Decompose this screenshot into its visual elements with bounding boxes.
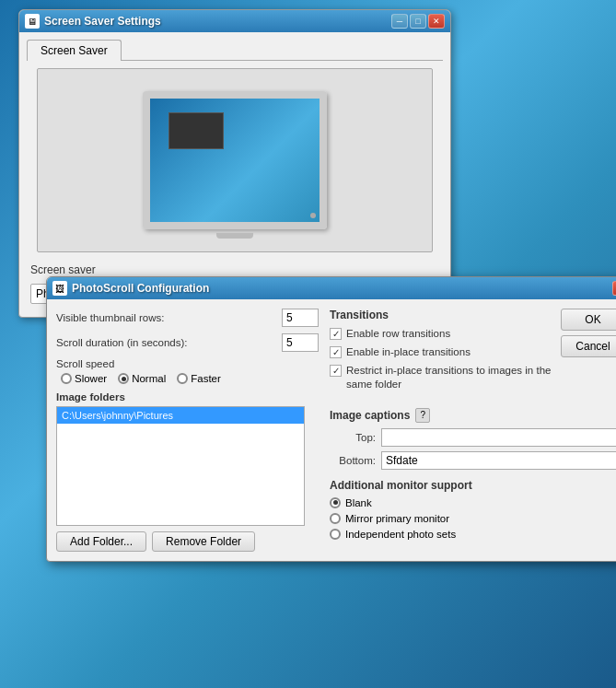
screen-dot xyxy=(310,213,316,218)
monitor-independent-label: Independent photo sets xyxy=(345,529,456,540)
minimize-button[interactable]: ─ xyxy=(391,14,408,29)
right-controls: Transitions Enable row transitions Enabl… xyxy=(330,309,553,401)
speed-slower-radio[interactable] xyxy=(61,373,72,384)
transition-label-0: Enable row transitions xyxy=(346,327,450,341)
folder-list[interactable]: C:\Users\johnny\Pictures xyxy=(56,406,305,526)
dialog-titlebar: 🖼 PhotoScroll Configuration ✕ xyxy=(47,277,616,299)
dialog-titlebar-buttons: ✕ xyxy=(612,281,616,296)
scroll-duration-row: Scroll duration (in seconds): xyxy=(56,333,319,352)
caption-top-label: Top: xyxy=(330,432,376,443)
speed-slower[interactable]: Slower xyxy=(61,373,107,384)
speed-faster[interactable]: Faster xyxy=(177,373,221,384)
remove-folder-button[interactable]: Remove Folder xyxy=(152,531,255,552)
maximize-button[interactable]: □ xyxy=(410,14,426,29)
cancel-button[interactable]: Cancel xyxy=(561,335,616,357)
caption-top-row: Top: xyxy=(330,428,616,447)
transitions-section: Transitions Enable row transitions Enabl… xyxy=(330,309,553,391)
dialog-close-button[interactable]: ✕ xyxy=(612,281,616,296)
scroll-speed-section: Scroll speed Slower Normal Faster xyxy=(56,358,319,384)
transition-row-1[interactable]: Enable in-place transitions xyxy=(330,345,553,359)
monitor-mirror-radio[interactable] xyxy=(330,513,341,524)
speed-faster-label: Faster xyxy=(191,373,221,384)
tab-bar: Screen Saver xyxy=(27,40,443,61)
ok-button[interactable]: OK xyxy=(561,309,616,331)
right-top: Transitions Enable row transitions Enabl… xyxy=(330,309,616,401)
screen-preview xyxy=(143,91,327,229)
dialog-content: Visible thumbnail rows: Scroll duration … xyxy=(47,299,616,561)
scroll-duration-input[interactable] xyxy=(282,333,319,352)
visible-rows-input[interactable] xyxy=(282,309,319,327)
monitor-independent-radio[interactable] xyxy=(330,529,341,540)
transition-label-2: Restrict in-place transitions to images … xyxy=(346,364,553,391)
visible-rows-label: Visible thumbnail rows: xyxy=(56,312,282,323)
main-window-title: Screen Saver Settings xyxy=(44,15,161,28)
transition-check-2[interactable] xyxy=(330,365,342,377)
scroll-speed-radio-row: Slower Normal Faster xyxy=(56,373,319,384)
transition-check-1[interactable] xyxy=(330,346,342,358)
preview-area xyxy=(37,68,433,252)
monitor-mirror[interactable]: Mirror primary monitor xyxy=(330,513,616,524)
main-window: 🖥 Screen Saver Settings ─ □ ✕ Screen Sav… xyxy=(18,9,451,318)
screen-saver-label: Screen saver xyxy=(30,263,443,276)
caption-bottom-row: Bottom: xyxy=(330,451,616,470)
caption-bottom-input[interactable] xyxy=(381,451,616,470)
speed-normal-label: Normal xyxy=(132,373,166,384)
transition-label-1: Enable in-place transitions xyxy=(346,345,471,359)
folder-buttons: Add Folder... Remove Folder xyxy=(56,531,319,552)
dialog-title: PhotoScroll Configuration xyxy=(72,282,209,295)
captions-title-row: Image captions ? xyxy=(330,408,616,423)
transition-check-0[interactable] xyxy=(330,328,342,340)
monitor-independent[interactable]: Independent photo sets xyxy=(330,529,616,540)
transition-row-2[interactable]: Restrict in-place transitions to images … xyxy=(330,364,553,391)
monitor-blank[interactable]: Blank xyxy=(330,497,616,508)
scroll-speed-label: Scroll speed xyxy=(56,358,319,369)
speed-faster-radio[interactable] xyxy=(177,373,188,384)
add-folder-button[interactable]: Add Folder... xyxy=(56,531,146,552)
speed-normal-radio[interactable] xyxy=(118,373,129,384)
caption-top-input[interactable] xyxy=(381,428,616,447)
dialog-icon: 🖼 xyxy=(52,281,67,296)
speed-normal[interactable]: Normal xyxy=(118,373,166,384)
visible-rows-row: Visible thumbnail rows: xyxy=(56,309,319,327)
photoscroll-dialog: 🖼 PhotoScroll Configuration ✕ Visible th… xyxy=(46,276,616,562)
ok-cancel-buttons: OK Cancel xyxy=(561,309,616,401)
titlebar-buttons: ─ □ ✕ xyxy=(391,14,445,29)
titlebar-left: 🖥 Screen Saver Settings xyxy=(25,14,161,29)
monitor-mirror-label: Mirror primary monitor xyxy=(345,513,449,524)
image-folders-section: Image folders C:\Users\johnny\Pictures A… xyxy=(56,391,319,552)
monitor-blank-label: Blank xyxy=(345,497,372,508)
main-titlebar: 🖥 Screen Saver Settings ─ □ ✕ xyxy=(19,10,450,32)
close-button[interactable]: ✕ xyxy=(428,14,445,29)
folder-item[interactable]: C:\Users\johnny\Pictures xyxy=(57,407,304,424)
scroll-duration-label: Scroll duration (in seconds): xyxy=(56,337,282,348)
main-content: Screen Saver Screen saver PhotoScroll Se… xyxy=(19,32,450,317)
dialog-left: Visible thumbnail rows: Scroll duration … xyxy=(56,309,319,552)
image-captions-section: Image captions ? Top: Bottom: xyxy=(330,408,616,470)
dialog-titlebar-left: 🖼 PhotoScroll Configuration xyxy=(52,281,209,296)
window-icon: 🖥 xyxy=(25,14,40,29)
transition-row-0[interactable]: Enable row transitions xyxy=(330,327,553,341)
caption-bottom-label: Bottom: xyxy=(330,455,376,466)
monitor-title: Additional monitor support xyxy=(330,479,616,492)
monitor-blank-radio[interactable] xyxy=(330,497,341,508)
dialog-right: Transitions Enable row transitions Enabl… xyxy=(330,309,616,552)
transitions-title: Transitions xyxy=(330,309,553,321)
image-folders-label: Image folders xyxy=(56,391,319,402)
tab-screen-saver[interactable]: Screen Saver xyxy=(27,40,122,61)
speed-slower-label: Slower xyxy=(75,373,107,384)
screen-inner xyxy=(169,112,224,149)
additional-monitor-section: Additional monitor support Blank Mirror … xyxy=(330,479,616,540)
captions-help-button[interactable]: ? xyxy=(415,408,430,423)
captions-title: Image captions xyxy=(330,409,410,422)
